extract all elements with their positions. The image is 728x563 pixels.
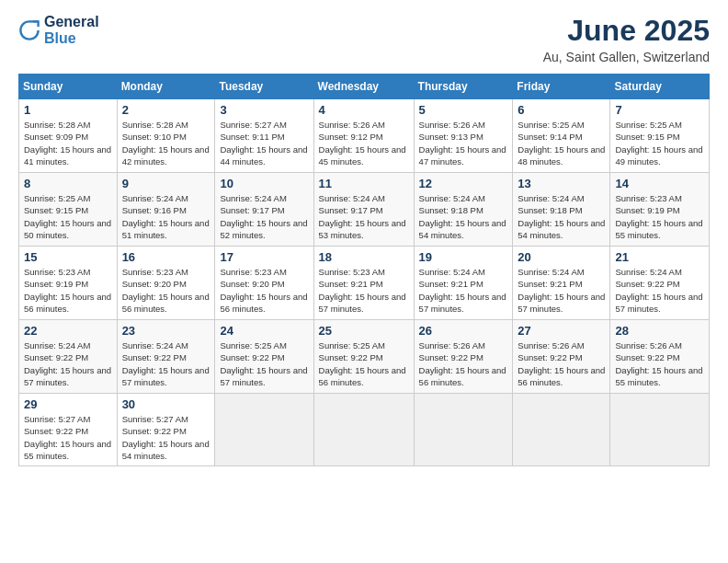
day-info: Sunrise: 5:24 AM Sunset: 9:17 PM Dayligh… [220, 192, 308, 241]
day-number: 28 [615, 324, 704, 338]
day-number: 7 [615, 103, 704, 117]
day-number: 18 [319, 250, 409, 264]
calendar-cell: 17 Sunrise: 5:23 AM Sunset: 9:20 PM Dayl… [215, 247, 313, 320]
calendar-table: Sunday Monday Tuesday Wednesday Thursday… [18, 74, 710, 466]
day-info: Sunrise: 5:25 AM Sunset: 9:22 PM Dayligh… [319, 339, 409, 388]
col-friday: Friday [513, 75, 610, 99]
day-info: Sunrise: 5:23 AM Sunset: 9:21 PM Dayligh… [319, 266, 409, 315]
day-number: 15 [24, 250, 112, 264]
calendar-page: General Blue June 2025 Au, Saint Gallen,… [0, 0, 728, 563]
calendar-cell [414, 394, 513, 466]
day-number: 11 [319, 177, 409, 190]
day-info: Sunrise: 5:24 AM Sunset: 9:16 PM Dayligh… [122, 192, 210, 241]
day-number: 25 [319, 324, 409, 338]
calendar-subtitle: Au, Saint Gallen, Switzerland [543, 50, 710, 64]
calendar-cell: 6 Sunrise: 5:25 AM Sunset: 9:14 PM Dayli… [513, 99, 610, 173]
calendar-cell: 24 Sunrise: 5:25 AM Sunset: 9:22 PM Dayl… [215, 320, 313, 394]
day-number: 26 [419, 324, 508, 338]
calendar-cell: 8 Sunrise: 5:25 AM Sunset: 9:15 PM Dayli… [19, 173, 118, 247]
day-info: Sunrise: 5:23 AM Sunset: 9:20 PM Dayligh… [220, 266, 308, 315]
calendar-cell: 28 Sunrise: 5:26 AM Sunset: 9:22 PM Dayl… [610, 320, 710, 394]
calendar-cell: 15 Sunrise: 5:23 AM Sunset: 9:19 PM Dayl… [19, 247, 118, 320]
day-info: Sunrise: 5:24 AM Sunset: 9:22 PM Dayligh… [24, 339, 112, 388]
day-number: 16 [122, 250, 210, 264]
calendar-cell: 30 Sunrise: 5:27 AM Sunset: 9:22 PM Dayl… [117, 394, 215, 466]
day-number: 17 [220, 250, 308, 264]
day-number: 1 [24, 103, 112, 117]
day-info: Sunrise: 5:24 AM Sunset: 9:22 PM Dayligh… [615, 266, 704, 315]
calendar-cell: 20 Sunrise: 5:24 AM Sunset: 9:21 PM Dayl… [513, 247, 610, 320]
day-info: Sunrise: 5:26 AM Sunset: 9:22 PM Dayligh… [615, 339, 704, 388]
calendar-cell: 19 Sunrise: 5:24 AM Sunset: 9:21 PM Dayl… [414, 247, 513, 320]
calendar-cell: 5 Sunrise: 5:26 AM Sunset: 9:13 PM Dayli… [414, 99, 513, 173]
day-number: 9 [122, 177, 210, 190]
day-number: 24 [220, 324, 308, 338]
calendar-cell: 16 Sunrise: 5:23 AM Sunset: 9:20 PM Dayl… [117, 247, 215, 320]
calendar-cell: 3 Sunrise: 5:27 AM Sunset: 9:11 PM Dayli… [215, 99, 313, 173]
day-info: Sunrise: 5:25 AM Sunset: 9:22 PM Dayligh… [220, 339, 308, 388]
day-info: Sunrise: 5:26 AM Sunset: 9:22 PM Dayligh… [419, 339, 508, 388]
logo: General Blue [18, 14, 99, 46]
calendar-cell: 29 Sunrise: 5:27 AM Sunset: 9:22 PM Dayl… [19, 394, 118, 466]
day-number: 3 [220, 103, 308, 117]
title-block: June 2025 Au, Saint Gallen, Switzerland [543, 14, 710, 64]
day-number: 19 [419, 250, 508, 264]
calendar-cell: 11 Sunrise: 5:24 AM Sunset: 9:17 PM Dayl… [313, 173, 414, 247]
calendar-cell: 10 Sunrise: 5:24 AM Sunset: 9:17 PM Dayl… [215, 173, 313, 247]
calendar-cell: 12 Sunrise: 5:24 AM Sunset: 9:18 PM Dayl… [414, 173, 513, 247]
col-saturday: Saturday [610, 75, 710, 99]
calendar-title: June 2025 [543, 14, 710, 48]
day-info: Sunrise: 5:24 AM Sunset: 9:21 PM Dayligh… [518, 266, 605, 315]
calendar-cell: 25 Sunrise: 5:25 AM Sunset: 9:22 PM Dayl… [313, 320, 414, 394]
calendar-cell: 14 Sunrise: 5:23 AM Sunset: 9:19 PM Dayl… [610, 173, 710, 247]
calendar-cell [215, 394, 313, 466]
calendar-cell: 26 Sunrise: 5:26 AM Sunset: 9:22 PM Dayl… [414, 320, 513, 394]
logo-text: General Blue [44, 14, 99, 46]
day-info: Sunrise: 5:27 AM Sunset: 9:22 PM Dayligh… [24, 413, 112, 462]
calendar-cell [513, 394, 610, 466]
calendar-cell: 7 Sunrise: 5:25 AM Sunset: 9:15 PM Dayli… [610, 99, 710, 173]
day-info: Sunrise: 5:23 AM Sunset: 9:20 PM Dayligh… [122, 266, 210, 315]
day-number: 6 [518, 103, 605, 117]
calendar-cell [610, 394, 710, 466]
day-info: Sunrise: 5:25 AM Sunset: 9:15 PM Dayligh… [615, 119, 704, 167]
day-number: 10 [220, 177, 308, 190]
col-sunday: Sunday [19, 75, 118, 99]
logo-icon [18, 19, 40, 41]
day-number: 30 [122, 397, 210, 411]
col-thursday: Thursday [414, 75, 513, 99]
day-number: 13 [518, 177, 605, 190]
calendar-cell: 18 Sunrise: 5:23 AM Sunset: 9:21 PM Dayl… [313, 247, 414, 320]
day-info: Sunrise: 5:23 AM Sunset: 9:19 PM Dayligh… [615, 192, 704, 241]
day-info: Sunrise: 5:28 AM Sunset: 9:09 PM Dayligh… [24, 119, 112, 167]
day-info: Sunrise: 5:25 AM Sunset: 9:15 PM Dayligh… [24, 192, 112, 241]
day-number: 23 [122, 324, 210, 338]
calendar-cell: 13 Sunrise: 5:24 AM Sunset: 9:18 PM Dayl… [513, 173, 610, 247]
day-number: 12 [419, 177, 508, 190]
day-number: 8 [24, 177, 112, 190]
day-info: Sunrise: 5:24 AM Sunset: 9:21 PM Dayligh… [419, 266, 508, 315]
day-info: Sunrise: 5:26 AM Sunset: 9:13 PM Dayligh… [419, 119, 508, 167]
day-info: Sunrise: 5:27 AM Sunset: 9:11 PM Dayligh… [220, 119, 308, 167]
calendar-cell: 21 Sunrise: 5:24 AM Sunset: 9:22 PM Dayl… [610, 247, 710, 320]
calendar-cell: 4 Sunrise: 5:26 AM Sunset: 9:12 PM Dayli… [313, 99, 414, 173]
day-info: Sunrise: 5:24 AM Sunset: 9:18 PM Dayligh… [419, 192, 508, 241]
col-monday: Monday [117, 75, 215, 99]
calendar-cell: 27 Sunrise: 5:26 AM Sunset: 9:22 PM Dayl… [513, 320, 610, 394]
calendar-cell: 23 Sunrise: 5:24 AM Sunset: 9:22 PM Dayl… [117, 320, 215, 394]
day-info: Sunrise: 5:25 AM Sunset: 9:14 PM Dayligh… [518, 119, 605, 167]
calendar-cell [313, 394, 414, 466]
day-number: 5 [419, 103, 508, 117]
day-info: Sunrise: 5:23 AM Sunset: 9:19 PM Dayligh… [24, 266, 112, 315]
day-info: Sunrise: 5:26 AM Sunset: 9:22 PM Dayligh… [518, 339, 605, 388]
day-number: 14 [615, 177, 704, 190]
day-number: 27 [518, 324, 605, 338]
day-number: 22 [24, 324, 112, 338]
page-header: General Blue June 2025 Au, Saint Gallen,… [18, 14, 710, 64]
day-number: 20 [518, 250, 605, 264]
day-info: Sunrise: 5:24 AM Sunset: 9:17 PM Dayligh… [319, 192, 409, 241]
day-info: Sunrise: 5:24 AM Sunset: 9:22 PM Dayligh… [122, 339, 210, 388]
day-info: Sunrise: 5:24 AM Sunset: 9:18 PM Dayligh… [518, 192, 605, 241]
day-number: 4 [319, 103, 409, 117]
day-number: 2 [122, 103, 210, 117]
